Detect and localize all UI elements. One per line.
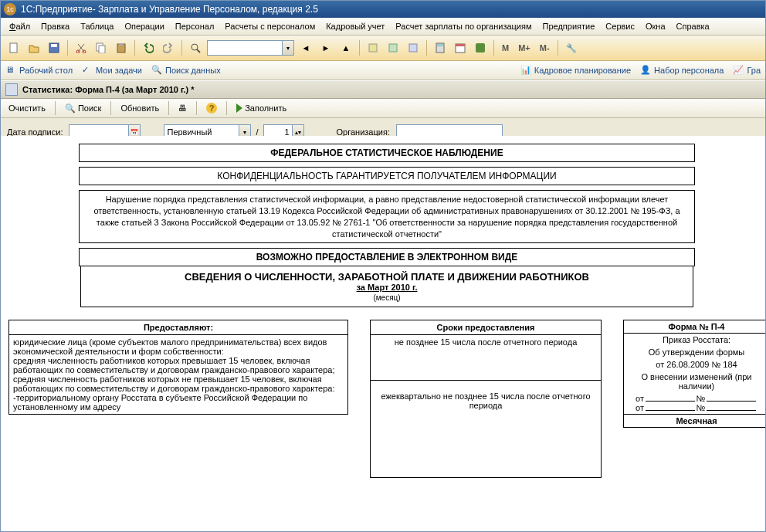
m-plus-button[interactable]: M+	[515, 42, 534, 54]
document-title: Статистика: Форма П-4 (за Март 2010 г.) …	[22, 85, 194, 94]
person-plus-icon: 👤	[640, 65, 651, 76]
desktop-icon: 🖥	[5, 65, 16, 76]
svg-rect-6	[99, 46, 105, 53]
cut-icon[interactable]	[73, 39, 90, 56]
from-label-2: от	[636, 403, 644, 412]
from-label-1: от	[636, 394, 644, 403]
undo-icon[interactable]	[140, 39, 157, 56]
col-provide: Предоставляют:	[9, 320, 348, 335]
form-periodicity: Месячная	[624, 414, 765, 427]
menu-operations[interactable]: Операции	[120, 20, 168, 32]
report-area: ФЕДЕРАЛЬНОЕ СТАТИСТИЧЕСКОЕ НАБЛЮДЕНИЕ КО…	[1, 136, 765, 531]
tab-hr-plan[interactable]: 📊Кадровое планирование	[520, 65, 631, 76]
menu-file[interactable]: ФФайлайл	[5, 20, 34, 32]
tab-recruit[interactable]: 👤Набор персонала	[640, 65, 724, 76]
deadline-table: Сроки предоставления не позднее 15 числа…	[370, 320, 602, 478]
document-title-bar: Статистика: Форма П-4 (за Март 2010 г.) …	[1, 80, 765, 99]
nav-up-icon[interactable]: ▲	[337, 39, 354, 56]
legal-note: Нарушение порядка представления статисти…	[79, 190, 695, 243]
action1-icon[interactable]	[364, 39, 381, 56]
menu-hr[interactable]: Кадровый учет	[322, 20, 388, 32]
provide-cell: юридические лица (кроме субъектов малого…	[9, 335, 348, 415]
search-input[interactable]	[207, 40, 283, 56]
menu-enterprise[interactable]: Предприятие	[539, 20, 599, 32]
magnifier-icon: 🔍	[65, 103, 76, 114]
menu-calc[interactable]: Расчеты с персоналом	[221, 20, 319, 32]
copy-icon[interactable]	[93, 39, 110, 56]
tab-graphic[interactable]: 📈Гра	[733, 65, 761, 76]
document-toolbar: Очистить 🔍Поиск Обновить 🖶 ? Заполнить	[1, 99, 765, 118]
main-menu: ФФайлайл Правка Таблица Операции Персона…	[1, 18, 765, 36]
order-line2: Об утверждении формы	[624, 346, 765, 358]
action2-icon[interactable]	[385, 39, 402, 56]
report-title: СВЕДЕНИЯ О ЧИСЛЕННОСТИ, ЗАРАБОТНОЙ ПЛАТЕ…	[86, 271, 688, 283]
nav-fwd-icon[interactable]: ►	[317, 39, 334, 56]
no-label-2: №	[697, 403, 706, 412]
menu-service[interactable]: Сервис	[602, 20, 639, 32]
nav-back-icon[interactable]: ◄	[297, 39, 314, 56]
tab-my-tasks[interactable]: ✓Мои задачи	[82, 65, 142, 76]
hdr-stat-observation: ФЕДЕРАЛЬНОЕ СТАТИСТИЧЕСКОЕ НАБЛЮДЕНИЕ	[79, 144, 695, 162]
people-icon[interactable]	[472, 39, 489, 56]
svg-rect-11	[369, 44, 377, 52]
app-name: 1С:Предприятие	[21, 4, 93, 15]
paste-icon[interactable]	[113, 39, 130, 56]
order-line3: от 26.08.2009 № 184	[624, 358, 765, 371]
search-icon: 🔍	[151, 65, 162, 76]
calendar-icon[interactable]	[452, 39, 469, 56]
deadline-2: ежеквартально не позднее 15 числа после …	[371, 381, 602, 478]
menu-windows[interactable]: Окна	[642, 20, 669, 32]
graphic-icon: 📈	[733, 65, 744, 76]
hdr-electronic: ВОЗМОЖНО ПРЕДОСТАВЛЕНИЕ В ЭЛЕКТРОННОМ ВИ…	[79, 248, 695, 266]
action3-icon[interactable]	[405, 39, 422, 56]
refresh-button[interactable]: Обновить	[117, 103, 162, 114]
open-icon[interactable]	[25, 39, 42, 56]
svg-rect-13	[409, 44, 417, 52]
menu-table[interactable]: Таблица	[76, 20, 117, 32]
no-label-1: №	[697, 394, 706, 403]
svg-rect-8	[119, 43, 124, 46]
tasks-icon: ✓	[82, 65, 93, 76]
search-button[interactable]: 🔍Поиск	[62, 103, 104, 114]
nav-tabbar: 🖥Рабочий стол ✓Мои задачи 🔍Поиск данных …	[1, 61, 765, 80]
provision-table: Предоставляют:	[8, 320, 348, 335]
report-month-hint: (месяц)	[86, 293, 688, 302]
help-icon[interactable]: ?	[203, 102, 220, 114]
menu-personnel[interactable]: Персонал	[171, 20, 219, 32]
clear-button[interactable]: Очистить	[5, 103, 49, 114]
m-button[interactable]: M	[499, 42, 512, 54]
new-doc-icon[interactable]	[5, 39, 22, 56]
tab-search[interactable]: 🔍Поиск данных	[151, 65, 221, 76]
deadline-1: не позднее 15 числа после отчетного пери…	[371, 335, 602, 381]
chart-icon: 📊	[520, 65, 531, 76]
chevron-down-icon[interactable]: ▾	[283, 40, 294, 56]
calc-icon[interactable]	[432, 39, 449, 56]
find-icon[interactable]	[187, 39, 204, 56]
svg-rect-17	[456, 44, 465, 46]
svg-line-10	[197, 49, 200, 53]
menu-payroll[interactable]: Расчет зарплаты по организациям	[391, 20, 535, 32]
col-deadline: Сроки предоставления	[371, 320, 602, 335]
form-card: Форма № П-4 Приказ Росстата: Об утвержде…	[623, 320, 765, 428]
svg-rect-2	[51, 44, 57, 47]
main-toolbar: ▾ ◄ ► ▲ M M+ M- 🔧	[1, 36, 765, 61]
fill-button[interactable]: Заполнить	[233, 103, 290, 114]
tab-desktop[interactable]: 🖥Рабочий стол	[5, 65, 73, 76]
order-line4: О внесении изменений (при наличии)	[624, 371, 765, 392]
wrench-icon[interactable]: 🔧	[563, 39, 580, 56]
play-icon	[236, 103, 242, 113]
app-icon: 1c	[4, 3, 16, 15]
svg-rect-0	[10, 43, 17, 53]
svg-point-9	[192, 44, 198, 50]
menu-edit[interactable]: Правка	[37, 20, 73, 32]
app-title: - Зарплата и Управление Персоналом, реда…	[93, 4, 318, 15]
redo-icon[interactable]	[160, 39, 177, 56]
menu-help[interactable]: Справка	[673, 20, 713, 32]
svg-rect-12	[389, 44, 397, 52]
print-icon[interactable]: 🖶	[175, 103, 190, 114]
save-icon[interactable]	[46, 39, 63, 56]
svg-rect-15	[437, 44, 443, 46]
m-minus-button[interactable]: M-	[537, 42, 553, 54]
search-combo[interactable]: ▾	[207, 40, 294, 56]
form-number: Форма № П-4	[624, 320, 765, 334]
